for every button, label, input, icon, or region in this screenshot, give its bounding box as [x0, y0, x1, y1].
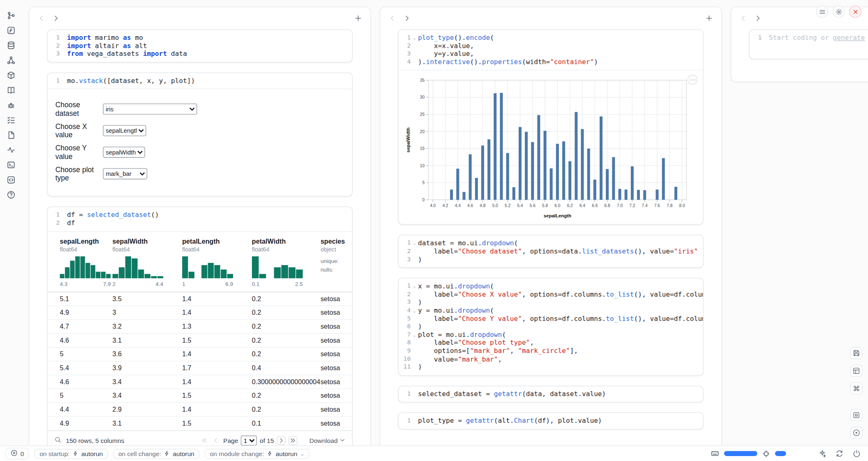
altair-bar-chart[interactable]: 4.04.24.44.64.85.05.25.45.65.86.06.26.46…	[404, 76, 693, 220]
code-line[interactable]: 2import altair as alt	[48, 42, 348, 50]
code-line[interactable]: 7⌄plot = mo.ui.dropdown(	[399, 331, 699, 339]
runtime-config-chip[interactable]: on cell change:autorun	[113, 449, 199, 459]
fold-arrow-icon[interactable]: ⌄	[411, 307, 418, 315]
code-cell-dataframe[interactable]: 1df = selected_dataset()2df sepalLengthf…	[47, 207, 353, 450]
panel-button-book[interactable]	[5, 83, 18, 97]
column-prev-button[interactable]	[738, 13, 749, 24]
add-cell-button[interactable]	[704, 13, 715, 24]
page-select[interactable]: 1	[241, 435, 257, 445]
fold-arrow-icon[interactable]: ⌄	[411, 239, 418, 247]
code-line[interactable]: 11)	[399, 363, 699, 371]
code-line[interactable]: 8 label="Choose plot type",	[399, 339, 699, 347]
dropdown-choose-dataset[interactable]: iris	[103, 104, 197, 115]
column-prev-button[interactable]	[36, 13, 47, 24]
column-next-button[interactable]	[51, 13, 62, 24]
cpu-usage-bar[interactable]	[775, 451, 786, 456]
floating-frame-button[interactable]	[850, 409, 863, 421]
table-row[interactable]: 4.63.11.50.2setosa	[48, 333, 352, 347]
table-row[interactable]: 53.61.40.2setosa	[48, 347, 352, 361]
code-line[interactable]: 2 label="Choose X value", options=df.col…	[399, 290, 699, 299]
code-line[interactable]: 3 y=y.value,	[399, 50, 699, 58]
panel-button-tree[interactable]	[5, 9, 18, 22]
panel-button-document[interactable]	[5, 128, 18, 141]
table-row[interactable]: 4.73.21.30.2setosa	[48, 319, 352, 333]
error-count-chip[interactable]: 0	[5, 448, 29, 459]
panel-button-function-square[interactable]	[5, 24, 18, 37]
panel-button-database[interactable]	[5, 39, 18, 52]
code-line[interactable]: 5 label="Choose Y value", options=df.col…	[399, 315, 699, 323]
floating-layout-grid-button[interactable]	[850, 365, 863, 377]
column-header-petalWidth[interactable]: petalWidthfloat640.12.5	[252, 232, 321, 292]
code-line[interactable]: 1import marimo as mo	[48, 34, 348, 42]
code-cell-plot[interactable]: 1⌄plot_type().encode(2 x=x.value,3 y=y.v…	[398, 29, 704, 225]
floating-run-button[interactable]	[850, 426, 863, 439]
code-cell-empty[interactable]: 1 Start coding or generate with AI.	[749, 29, 868, 59]
code-cell-dataset-dropdown[interactable]: 1⌄dataset = mo.ui.dropdown(2 label="Choo…	[398, 235, 704, 268]
code-line[interactable]: 10 value="mark_bar",	[399, 355, 699, 363]
status-sparkles-button[interactable]	[816, 447, 828, 460]
code-line[interactable]: 4⌄y = mo.ui.dropdown(	[399, 307, 699, 315]
notebook-menu-button[interactable]	[816, 5, 828, 18]
fold-arrow-icon[interactable]: ⌄	[411, 331, 418, 339]
cpu-icon[interactable]	[762, 449, 770, 457]
fold-arrow-icon[interactable]: ⌄	[411, 282, 418, 290]
code-line[interactable]: 3)	[399, 298, 699, 307]
code-line[interactable]: 3from vega_datasets import data	[48, 50, 348, 58]
dropdown-choose-plot-type[interactable]: mark_bar	[103, 168, 148, 180]
prev-page-button[interactable]	[212, 436, 221, 445]
add-cell-button[interactable]	[353, 13, 364, 24]
floating-save-button[interactable]	[850, 347, 863, 360]
table-row[interactable]: 4.63.41.40.30000000000000004setosa	[48, 375, 352, 389]
column-next-button[interactable]	[752, 13, 763, 24]
code-cell-selected-dataset[interactable]: 1selected_dataset = getattr(data, datase…	[398, 385, 704, 402]
code-line[interactable]: 1⌄dataset = mo.ui.dropdown(	[399, 239, 699, 247]
code-line[interactable]: 1⌄x = mo.ui.dropdown(	[399, 282, 699, 290]
code-line[interactable]: 3)	[399, 256, 699, 264]
download-button[interactable]: Download	[309, 437, 346, 443]
generate-with-ai-link[interactable]: generate	[833, 34, 865, 41]
code-cell-imports[interactable]: 1import marimo as mo2import altair as al…	[47, 29, 353, 62]
runtime-config-chip[interactable]: on module change:autorun⌄	[205, 449, 310, 459]
code-line[interactable]: 1plot_type = getattr(alt.Chart(df), plot…	[399, 417, 699, 425]
table-row[interactable]: 53.41.50.2setosa	[48, 389, 352, 403]
chart-actions-button[interactable]	[688, 75, 697, 85]
last-page-button[interactable]	[289, 436, 298, 445]
code-cell-plot-type[interactable]: 1plot_type = getattr(alt.Chart(df), plot…	[398, 413, 704, 429]
dropdown-choose-x-value[interactable]: sepalLength	[103, 125, 146, 136]
table-row[interactable]: 5.43.91.70.4setosa	[48, 361, 352, 375]
fold-arrow-icon[interactable]: ⌄	[411, 34, 418, 42]
table-row[interactable]: 4.93.11.50.1setosa	[48, 416, 352, 430]
code-line[interactable]: 2df	[48, 219, 348, 227]
column-prev-button[interactable]	[387, 13, 398, 24]
panel-button-snippets[interactable]	[5, 173, 18, 187]
shutdown-button[interactable]	[849, 5, 861, 18]
panel-button-bug[interactable]	[5, 99, 18, 112]
panel-button-console[interactable]	[5, 158, 18, 171]
code-line[interactable]: 4).interactive().properties(width="conta…	[399, 58, 699, 66]
panel-button-help[interactable]	[5, 188, 18, 201]
status-cycle-button[interactable]	[833, 447, 845, 460]
code-line[interactable]: 9 options=["mark_bar", "mark_circle"],	[399, 347, 699, 355]
next-page-button[interactable]	[277, 436, 286, 445]
column-header-petalLength[interactable]: petalLengthfloat6416.9	[182, 232, 252, 292]
runtime-config-chip[interactable]: on startup:autorun	[35, 449, 108, 459]
panel-button-package[interactable]	[5, 69, 18, 82]
keyboard-icon[interactable]	[711, 449, 719, 458]
first-page-button[interactable]	[200, 436, 209, 445]
settings-button[interactable]	[833, 5, 845, 18]
table-row[interactable]: 4.42.91.40.2setosa	[48, 402, 352, 416]
code-line[interactable]: 1selected_dataset = getattr(data, datase…	[399, 390, 699, 398]
code-line[interactable]: 1df = selected_dataset()	[48, 211, 348, 219]
panel-button-network[interactable]	[5, 54, 18, 67]
code-line[interactable]: 1 Start coding or generate with AI.	[750, 34, 868, 42]
floating-command-button[interactable]: ⌘	[850, 383, 863, 395]
code-line[interactable]: 2 label="Choose dataset", options=data.l…	[399, 247, 699, 256]
column-next-button[interactable]	[402, 13, 413, 24]
code-line[interactable]: 1⌄plot_type().encode(	[399, 34, 699, 42]
code-cell-vstack[interactable]: 1mo.vstack([dataset, x, y, plot]) Choose…	[47, 72, 353, 197]
table-row[interactable]: 5.13.51.40.2setosa	[48, 292, 352, 306]
panel-button-checklist[interactable]	[5, 113, 18, 127]
column-header-sepalWidth[interactable]: sepalWidthfloat6424.4	[112, 232, 182, 292]
code-line[interactable]: 2 x=x.value,	[399, 42, 699, 50]
code-line[interactable]: 1mo.vstack([dataset, x, y, plot])	[48, 77, 348, 85]
